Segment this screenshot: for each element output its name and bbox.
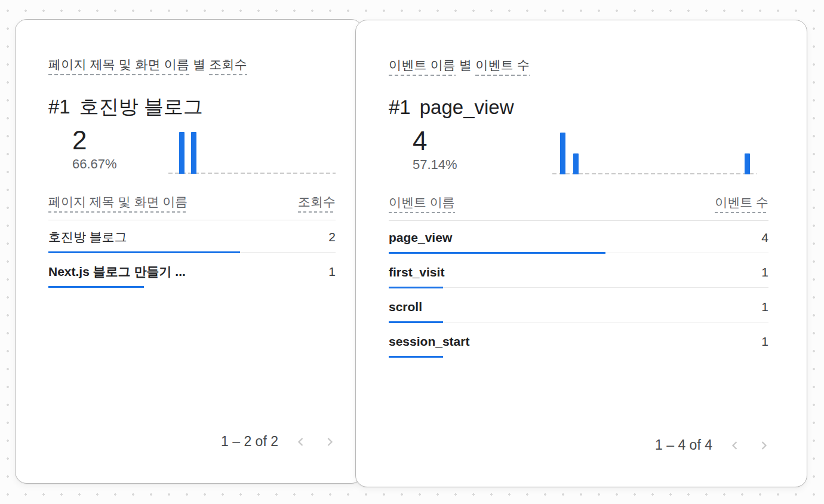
metric-token[interactable]: 조회수 (209, 57, 247, 75)
title-connector: 별 (456, 58, 475, 72)
table-row: first_visit 1 (389, 256, 768, 290)
row-value: 1 (761, 334, 768, 349)
canvas: { "colors": { "accent_blue": "#1a73e8", … (0, 0, 824, 504)
top-item-name: 호진방 블로그 (79, 96, 203, 118)
row-label: session_start (389, 334, 469, 349)
row-value: 1 (328, 264, 336, 279)
sparkline-baseline (552, 173, 757, 174)
column-header-dimension[interactable]: 페이지 제목 및 화면 이름 (48, 195, 187, 213)
data-table: 페이지 제목 및 화면 이름 조회수 호진방 블로그 2 (48, 195, 336, 290)
row-bar-track (389, 356, 768, 358)
metric-token[interactable]: 이벤트 수 (475, 58, 530, 76)
card-views-by-page-title: 페이지 제목 및 화면 이름 별 조회수 #1호진방 블로그 2 66.67% … (15, 19, 363, 484)
row-label: page_view (389, 230, 452, 245)
top-item-rank: #1 (48, 96, 70, 118)
spark-bar (191, 132, 196, 174)
dimension-token[interactable]: 페이지 제목 및 화면 이름 (48, 57, 189, 75)
prev-page-button[interactable] (295, 436, 307, 448)
row-label: scroll (389, 299, 422, 315)
top-item-summary: 2 66.67% (48, 126, 336, 174)
next-page-button[interactable] (758, 440, 770, 451)
row-bar (48, 251, 240, 253)
spark-bar (745, 153, 750, 174)
pagination-label: 1 – 4 of 4 (655, 437, 712, 453)
title-connector: 별 (189, 57, 209, 71)
table-body: page_view 4 first_visit 1 (389, 221, 768, 359)
column-header-metric[interactable]: 이벤트 수 (715, 195, 768, 213)
card-event-count-by-event-name: 이벤트 이름 별 이벤트 수 #1page_view 4 57.14% 이벤트 … (355, 20, 807, 487)
row-bar-track (389, 321, 768, 323)
column-header-dimension[interactable]: 이벤트 이름 (389, 195, 455, 213)
row-bar (389, 356, 443, 358)
card-title: 이벤트 이름 별 이벤트 수 (389, 20, 768, 73)
table-body: 호진방 블로그 2 Next.js 블로그 만들기 ... 1 (48, 220, 336, 290)
pagination: 1 – 2 of 2 (221, 434, 336, 450)
sparkline (552, 133, 757, 174)
row-label: 호진방 블로그 (48, 229, 127, 245)
dimension-token[interactable]: 이벤트 이름 (389, 58, 456, 76)
table-row: Next.js 블로그 만들기 ... 1 (48, 255, 336, 290)
row-label: first_visit (389, 265, 444, 280)
card-title: 페이지 제목 및 화면 이름 별 조회수 (48, 20, 336, 72)
table-row: session_start 1 (389, 325, 768, 359)
table-row: scroll 1 (389, 290, 768, 325)
table-header-row: 이벤트 이름 이벤트 수 (389, 195, 768, 213)
sparkline (168, 132, 336, 174)
table-row: page_view 4 (389, 221, 768, 256)
top-item-name: page_view (420, 96, 514, 118)
chevron-left-icon (730, 440, 740, 451)
table-row: 호진방 블로그 2 (48, 220, 336, 255)
row-label: Next.js 블로그 만들기 ... (48, 264, 186, 279)
spark-bar (179, 132, 185, 174)
table-header-row: 페이지 제목 및 화면 이름 조회수 (48, 195, 336, 213)
row-bar-track (48, 251, 336, 253)
row-value: 1 (761, 299, 768, 315)
row-bar-track (389, 287, 768, 288)
top-item-line: #1page_view (389, 96, 768, 119)
row-value: 1 (761, 265, 768, 280)
row-bar (389, 287, 443, 288)
pagination: 1 – 4 of 4 (655, 437, 770, 453)
row-bar-track (389, 252, 768, 254)
spark-bar (573, 153, 579, 174)
row-bar-track (48, 286, 336, 288)
next-page-button[interactable] (324, 436, 336, 448)
row-value: 4 (761, 230, 768, 245)
top-item-line: #1호진방 블로그 (48, 95, 336, 119)
column-header-metric[interactable]: 조회수 (298, 195, 336, 213)
chevron-right-icon (758, 440, 769, 451)
data-table: 이벤트 이름 이벤트 수 page_view 4 (389, 195, 768, 359)
top-item-summary: 4 57.14% (389, 127, 768, 174)
row-bar (48, 286, 144, 288)
prev-page-button[interactable] (729, 440, 741, 451)
pagination-label: 1 – 2 of 2 (221, 434, 278, 450)
chevron-right-icon (324, 437, 335, 447)
row-value: 2 (328, 229, 336, 245)
row-bar (389, 321, 443, 323)
chevron-left-icon (296, 437, 306, 447)
row-bar (389, 252, 605, 254)
spark-bar (560, 133, 565, 174)
top-item-rank: #1 (389, 96, 411, 118)
